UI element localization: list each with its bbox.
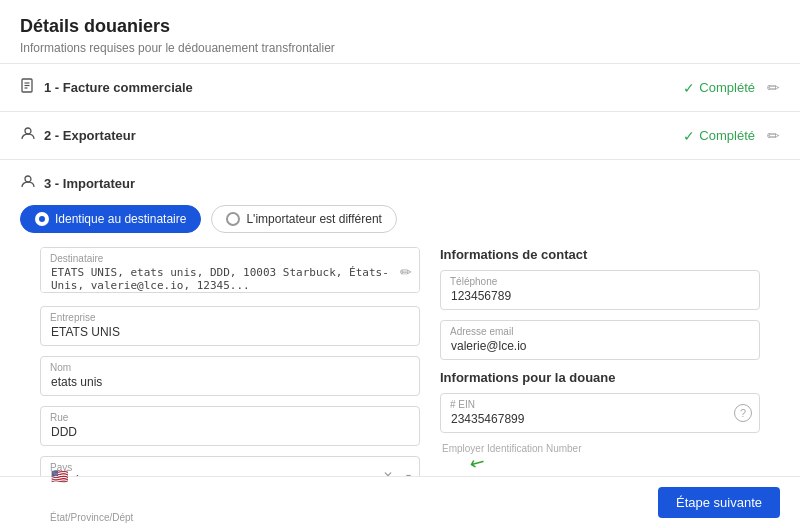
arrow-annotation: ↙: [440, 456, 760, 474]
ein-subtitle: Employer Identification Number: [442, 443, 760, 454]
radio-dot-same: [39, 216, 45, 222]
entreprise-label: Entreprise: [50, 312, 96, 323]
nom-label: Nom: [50, 362, 71, 373]
radio-group: Identique au destinataire L'importateur …: [20, 205, 780, 233]
page-title: Détails douaniers: [20, 16, 780, 37]
main-content: 1 - Facture commerciale ✓ Complété ✏ 2 -…: [0, 64, 800, 528]
edit-icon-2[interactable]: ✏: [767, 127, 780, 145]
section-3: 3 - Importateur Identique au destinatair…: [0, 160, 800, 528]
radio-circle-different: [226, 212, 240, 226]
rue-input[interactable]: [40, 406, 420, 446]
edit-icon-1[interactable]: ✏: [767, 79, 780, 97]
svg-point-5: [25, 176, 31, 182]
pays-label: Pays: [50, 462, 72, 473]
section-1-row: 1 - Facture commerciale ✓ Complété ✏: [0, 64, 800, 112]
section-3-label: 3 - Importateur: [44, 176, 780, 191]
contact-section-title: Informations de contact: [440, 247, 760, 262]
nom-input[interactable]: [40, 356, 420, 396]
section-3-header: 3 - Importateur: [20, 174, 780, 193]
telephone-label: Téléphone: [450, 276, 497, 287]
ein-help-icon[interactable]: ?: [734, 404, 752, 422]
radio-same[interactable]: Identique au destinataire: [20, 205, 201, 233]
ein-field: # EIN ?: [440, 393, 760, 433]
email-label: Adresse email: [450, 326, 513, 337]
page-header: Détails douaniers Informations requises …: [0, 0, 800, 64]
check-icon-2: ✓: [683, 128, 695, 144]
nom-field: Nom: [40, 356, 420, 396]
section-2-label: 2 - Exportateur: [44, 128, 683, 143]
person-icon-3: [20, 174, 36, 193]
radio-different[interactable]: L'importateur est différent: [211, 205, 396, 233]
rue-label: Rue: [50, 412, 68, 423]
douane-section-title: Informations pour la douane: [440, 370, 760, 385]
destinataire-label: Destinataire: [50, 253, 103, 264]
section-1-status: ✓ Complété: [683, 80, 755, 96]
destinataire-field: Destinataire ✏: [40, 247, 420, 296]
ein-label: # EIN: [450, 399, 475, 410]
check-icon-1: ✓: [683, 80, 695, 96]
section-2-status: ✓ Complété: [683, 128, 755, 144]
rue-field: Rue: [40, 406, 420, 446]
document-icon: [20, 78, 36, 97]
ein-input[interactable]: [440, 393, 760, 433]
entreprise-field: Entreprise: [40, 306, 420, 346]
section-1-label: 1 - Facture commerciale: [44, 80, 683, 95]
telephone-field: Téléphone: [440, 270, 760, 310]
radio-circle-same: [35, 212, 49, 226]
next-button[interactable]: Étape suivante: [658, 487, 780, 518]
section-2-row: 2 - Exportateur ✓ Complété ✏: [0, 112, 800, 160]
entreprise-input[interactable]: [40, 306, 420, 346]
destinataire-edit-icon[interactable]: ✏: [400, 264, 412, 280]
etat-label: État/Province/Dépt: [50, 512, 133, 523]
person-icon-2: [20, 126, 36, 145]
page-subtitle: Informations requises pour le dédouaneme…: [20, 41, 780, 55]
svg-point-4: [25, 128, 31, 134]
email-field: Adresse email: [440, 320, 760, 360]
